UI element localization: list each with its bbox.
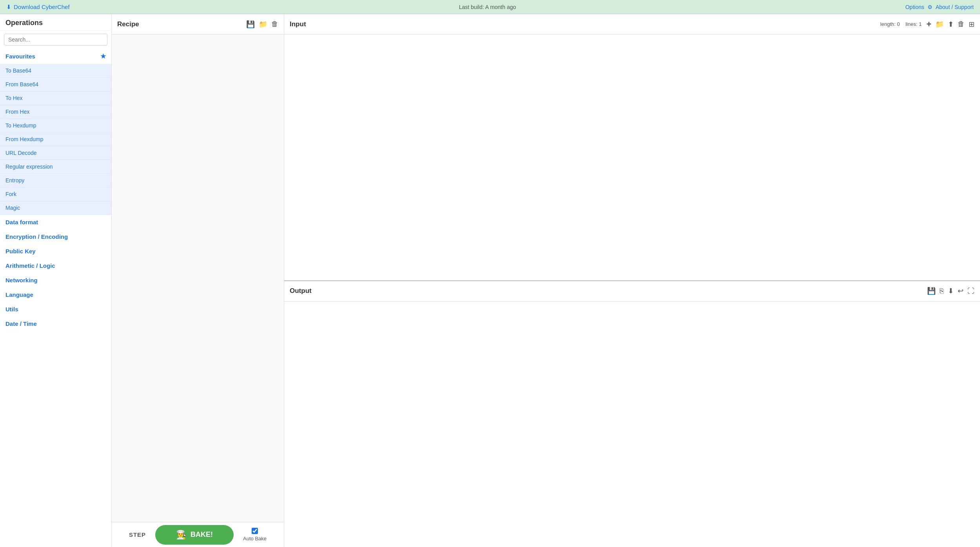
input-toolbar: + 📁 ⬆ 🗑 ⊞ (926, 19, 975, 29)
networking-label: Networking (5, 277, 38, 283)
input-add-icon[interactable]: + (926, 19, 931, 29)
sidebar-item-networking[interactable]: Networking (0, 273, 111, 287)
recipe-save-icon[interactable]: 💾 (246, 20, 255, 29)
download-link[interactable]: ⬇ Download CyberChef (6, 4, 70, 11)
star-icon: ★ (100, 53, 106, 60)
output-body (284, 302, 980, 547)
arithmetic-logic-label: Arithmetic / Logic (5, 262, 55, 269)
sidebar-item-arithmetic-logic[interactable]: Arithmetic / Logic (0, 258, 111, 273)
options-link[interactable]: Options (905, 4, 924, 10)
output-save-icon[interactable]: 💾 (927, 287, 936, 295)
recipe-body (112, 35, 284, 522)
encryption-encoding-label: Encryption / Encoding (5, 233, 68, 240)
gear-icon[interactable]: ⚙ (927, 4, 933, 10)
about-support-link[interactable]: About / Support (936, 4, 974, 10)
data-format-label: Data format (5, 219, 38, 225)
sidebar-item-favourites[interactable]: Favourites ★ (0, 49, 111, 64)
input-title: Input (290, 20, 306, 28)
search-input[interactable] (4, 34, 107, 45)
length-value: 0 (897, 21, 900, 27)
sidebar-item-utils[interactable]: Utils (0, 302, 111, 316)
sidebar-item-magic[interactable]: Magic (0, 201, 111, 215)
sidebar-item-from-hexdump[interactable]: From Hexdump (0, 133, 111, 146)
content-area: Recipe 💾 📁 🗑 STEP 👨‍🍳 BAKE! Auto Bake (112, 14, 980, 547)
topbar: ⬇ Download CyberChef Last build: A month… (0, 0, 980, 14)
sidebar-header: Operations (0, 14, 111, 31)
input-header: Input length: 0 lines: 1 + 📁 ⬆ (284, 14, 980, 35)
sidebar: Operations Favourites ★ To Base64 From B… (0, 14, 112, 547)
step-button[interactable]: STEP (129, 531, 146, 538)
sidebar-item-entropy[interactable]: Entropy (0, 174, 111, 187)
utils-label: Utils (5, 306, 18, 313)
input-length-meta: length: 0 lines: 1 (880, 21, 922, 27)
date-time-label: Date / Time (5, 320, 37, 327)
recipe-folder-icon[interactable]: 📁 (259, 20, 267, 29)
language-label: Language (5, 291, 33, 298)
sidebar-item-public-key[interactable]: Public Key (0, 244, 111, 258)
input-header-right: length: 0 lines: 1 + 📁 ⬆ 🗑 ⊞ (880, 19, 975, 29)
sidebar-item-to-hex[interactable]: To Hex (0, 91, 111, 105)
input-trash-icon[interactable]: 🗑 (958, 20, 965, 28)
lines-value: 1 (919, 21, 922, 27)
favourites-label: Favourites (5, 53, 35, 60)
lines-label: lines: (906, 21, 917, 27)
sidebar-item-date-time[interactable]: Date / Time (0, 316, 111, 331)
sidebar-item-language[interactable]: Language (0, 287, 111, 302)
auto-bake-container: Auto Bake (243, 528, 267, 542)
output-title: Output (290, 287, 312, 295)
input-grid-icon[interactable]: ⊞ (969, 20, 975, 29)
output-undo-icon[interactable]: ↩ (958, 287, 964, 295)
output-toolbar: 💾 ⎘ ⬇ ↩ ⛶ (927, 287, 975, 295)
recipe-toolbar: 💾 📁 🗑 (246, 20, 278, 29)
input-folder-icon[interactable]: 📁 (935, 20, 944, 29)
sidebar-item-regular-expression[interactable]: Regular expression (0, 160, 111, 174)
topbar-right: Options ⚙ About / Support (905, 4, 974, 10)
input-body[interactable] (284, 35, 980, 280)
sidebar-item-fork[interactable]: Fork (0, 187, 111, 201)
input-upload-icon[interactable]: ⬆ (948, 20, 954, 29)
output-header: Output 💾 ⎘ ⬇ ↩ ⛶ (284, 281, 980, 302)
sidebar-item-data-format[interactable]: Data format (0, 215, 111, 229)
build-info: Last build: A month ago (459, 4, 516, 10)
main-layout: Operations Favourites ★ To Base64 From B… (0, 14, 980, 547)
length-label: length: (880, 21, 896, 27)
download-label: Download CyberChef (14, 4, 70, 10)
sidebar-item-from-base64[interactable]: From Base64 (0, 78, 111, 91)
recipe-panel: Recipe 💾 📁 🗑 STEP 👨‍🍳 BAKE! Auto Bake (112, 14, 284, 547)
bake-label: BAKE! (191, 531, 213, 539)
output-section: Output 💾 ⎘ ⬇ ↩ ⛶ (284, 281, 980, 547)
sidebar-item-from-hex[interactable]: From Hex (0, 105, 111, 119)
auto-bake-label: Auto Bake (243, 536, 267, 542)
recipe-title: Recipe (117, 20, 139, 28)
bake-button[interactable]: 👨‍🍳 BAKE! (155, 525, 234, 545)
public-key-label: Public Key (5, 248, 36, 254)
auto-bake-checkbox[interactable] (252, 528, 258, 534)
download-icon: ⬇ (6, 4, 11, 11)
sidebar-item-encryption-encoding[interactable]: Encryption / Encoding (0, 229, 111, 244)
output-download-icon[interactable]: ⬇ (948, 287, 954, 295)
sidebar-item-to-hexdump[interactable]: To Hexdump (0, 119, 111, 133)
output-fullscreen-icon[interactable]: ⛶ (967, 287, 975, 295)
chef-icon: 👨‍🍳 (176, 530, 187, 540)
bottom-bar: STEP 👨‍🍳 BAKE! Auto Bake (112, 522, 284, 547)
sidebar-list: Favourites ★ To Base64 From Base64 To He… (0, 49, 111, 547)
sidebar-item-to-base64[interactable]: To Base64 (0, 64, 111, 78)
io-panel: Input length: 0 lines: 1 + 📁 ⬆ (284, 14, 980, 547)
recipe-trash-icon[interactable]: 🗑 (271, 20, 278, 28)
input-section: Input length: 0 lines: 1 + 📁 ⬆ (284, 14, 980, 281)
output-copy-icon[interactable]: ⎘ (940, 287, 944, 295)
recipe-header: Recipe 💾 📁 🗑 (112, 14, 284, 35)
sidebar-item-url-decode[interactable]: URL Decode (0, 146, 111, 160)
